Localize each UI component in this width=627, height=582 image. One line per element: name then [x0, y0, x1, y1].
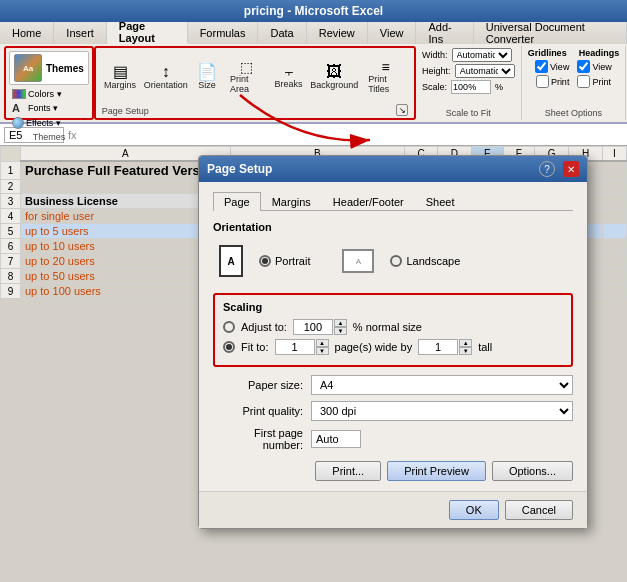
adjust-down[interactable]: ▼ — [334, 327, 347, 335]
print-quality-row: Print quality: 300 dpi — [213, 401, 573, 421]
fit-tall-down[interactable]: ▼ — [459, 347, 472, 355]
tab-formulas[interactable]: Formulas — [188, 22, 259, 44]
dialog-tab-header-footer[interactable]: Header/Footer — [322, 192, 415, 211]
size-button[interactable]: 📄 Size — [193, 61, 221, 93]
fit-tall-input[interactable] — [418, 339, 458, 355]
fit-to-row: Fit to: ▲ ▼ page(s) wide by ▲ ▼ — [223, 339, 563, 355]
first-page-input[interactable] — [311, 430, 361, 448]
adjust-to-label: Adjust to: — [241, 321, 287, 333]
breaks-button[interactable]: ⫟ Breaks — [272, 62, 305, 92]
headings-print-checkbox[interactable] — [577, 75, 590, 88]
dialog-titlebar: Page Setup ? ✕ — [199, 156, 587, 182]
themes-group-content: Aa Themes Colors ▾ A Fonts ▾ Effects ▾ — [9, 51, 89, 130]
scale-input[interactable] — [451, 80, 491, 94]
portrait-label: Portrait — [275, 255, 310, 267]
fit-wide-group: ▲ ▼ — [275, 339, 329, 355]
scale-group-content: Width: Automatic Height: Automatic Scale… — [422, 48, 515, 106]
print-titles-button[interactable]: ≡ Print Titles — [363, 57, 408, 97]
fit-wide-up[interactable]: ▲ — [316, 339, 329, 347]
margins-button[interactable]: ▤ Margins — [102, 61, 139, 93]
dialog-tab-margins[interactable]: Margins — [261, 192, 322, 211]
gridlines-view-checkbox[interactable] — [535, 60, 548, 73]
portrait-radio[interactable] — [259, 255, 271, 267]
tab-home[interactable]: Home — [0, 22, 54, 44]
formula-bar: fx — [0, 124, 627, 146]
orientation-button[interactable]: ↕ Orientation — [142, 61, 189, 93]
dialog-close-button[interactable]: ✕ — [563, 161, 579, 177]
tab-view[interactable]: View — [368, 22, 417, 44]
scaling-title: Scaling — [223, 301, 563, 313]
effects-button[interactable]: Effects ▾ — [9, 116, 64, 130]
dialog-tab-page[interactable]: Page — [213, 192, 261, 211]
fit-wide-down[interactable]: ▼ — [316, 347, 329, 355]
tab-data[interactable]: Data — [258, 22, 306, 44]
headings-col-header: Headings — [579, 48, 620, 58]
fit-wide-unit: page(s) wide by — [335, 341, 413, 353]
dialog-inner-buttons: Print... Print Preview Options... — [213, 461, 573, 481]
landscape-radio[interactable] — [390, 255, 402, 267]
width-label: Width: — [422, 50, 448, 60]
formula-input[interactable] — [81, 129, 623, 141]
fit-tall-group: ▲ ▼ — [418, 339, 472, 355]
landscape-option[interactable]: A — [342, 249, 374, 273]
dialog-help-button[interactable]: ? — [539, 161, 555, 177]
adjust-up[interactable]: ▲ — [334, 319, 347, 327]
fonts-label: Fonts ▾ — [28, 103, 58, 113]
scale-group-label: Scale to Fit — [446, 106, 491, 118]
scale-to-fit-group: Width: Automatic Height: Automatic Scale… — [416, 46, 522, 120]
tab-page-layout[interactable]: Page Layout — [107, 22, 188, 44]
cancel-button[interactable]: Cancel — [505, 500, 573, 520]
page-setup-group: ▤ Margins ↕ Orientation 📄 Size ⬚ Print A… — [94, 46, 416, 120]
dialog-footer: OK Cancel — [199, 491, 587, 528]
tab-insert[interactable]: Insert — [54, 22, 107, 44]
height-select[interactable]: Automatic — [455, 64, 515, 78]
adjust-radio[interactable] — [223, 321, 235, 333]
tab-review[interactable]: Review — [307, 22, 368, 44]
col-header-i[interactable]: I — [602, 147, 626, 162]
print-quality-label: Print quality: — [213, 405, 303, 417]
fit-wide-input[interactable] — [275, 339, 315, 355]
themes-group: Aa Themes Colors ▾ A Fonts ▾ Effects ▾ T… — [4, 46, 94, 120]
adjust-value-input[interactable] — [293, 319, 333, 335]
page-setup-group-content: ▤ Margins ↕ Orientation 📄 Size ⬚ Print A… — [102, 50, 408, 104]
width-select[interactable]: Automatic — [452, 48, 512, 62]
paper-size-select[interactable]: A4 — [311, 375, 573, 395]
effects-label: Effects ▾ — [26, 118, 61, 128]
landscape-label: Landscape — [406, 255, 460, 267]
fit-tall-up[interactable]: ▲ — [459, 339, 472, 347]
ok-button[interactable]: OK — [449, 500, 499, 520]
scale-label: Scale: — [422, 82, 447, 92]
options-button[interactable]: Options... — [492, 461, 573, 481]
colors-label: Colors ▾ — [28, 89, 62, 99]
gridlines-print-checkbox[interactable] — [536, 75, 549, 88]
print-button[interactable]: Print... — [315, 461, 381, 481]
fit-to-label: Fit to: — [241, 341, 269, 353]
adjust-to-row: Adjust to: ▲ ▼ % normal size — [223, 319, 563, 335]
background-button[interactable]: 🖼 Background — [309, 61, 359, 93]
tab-addins[interactable]: Add-Ins — [416, 22, 473, 44]
adjust-spinner: ▲ ▼ — [334, 319, 347, 335]
portrait-radio-group: Portrait — [259, 255, 310, 267]
page-setup-dialog-launcher[interactable]: ↘ — [396, 104, 408, 116]
paper-size-label: Paper size: — [213, 379, 303, 391]
first-page-row: First page number: — [213, 427, 573, 451]
fit-radio[interactable] — [223, 341, 235, 353]
print-quality-select[interactable]: 300 dpi — [311, 401, 573, 421]
portrait-option[interactable]: A — [219, 245, 243, 277]
scaling-section: Scaling Adjust to: ▲ ▼ % normal size — [213, 293, 573, 367]
ribbon-content: Aa Themes Colors ▾ A Fonts ▾ Effects ▾ T… — [0, 44, 627, 124]
print-area-button[interactable]: ⬚ Print Area — [225, 57, 268, 97]
themes-button[interactable]: Aa Themes — [9, 51, 89, 85]
print-preview-button[interactable]: Print Preview — [387, 461, 486, 481]
fonts-button[interactable]: A Fonts ▾ — [9, 101, 61, 115]
fit-tall-spinner: ▲ ▼ — [459, 339, 472, 355]
dialog-tab-sheet[interactable]: Sheet — [415, 192, 466, 211]
colors-button[interactable]: Colors ▾ — [9, 88, 65, 100]
headings-view-checkbox[interactable] — [577, 60, 590, 73]
dialog-tabs: Page Margins Header/Footer Sheet — [213, 192, 573, 211]
tab-udc[interactable]: Universal Document Converter — [474, 22, 627, 44]
adjust-input-group: ▲ ▼ — [293, 319, 347, 335]
adjust-unit: % normal size — [353, 321, 422, 333]
sheet-options-content: Gridlines Headings View View Print Print — [528, 48, 620, 106]
corner-header — [1, 147, 21, 162]
